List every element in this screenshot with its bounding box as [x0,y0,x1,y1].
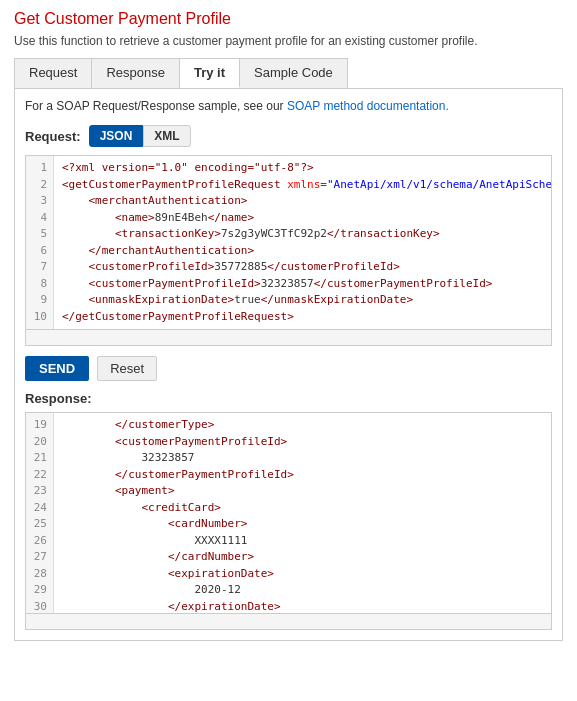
page-description: Use this function to retrieve a customer… [14,34,563,48]
response-hscroll[interactable] [26,613,551,629]
tab-content: For a SOAP Request/Response sample, see … [14,88,563,641]
soap-link[interactable]: SOAP method documentation. [287,99,449,113]
soap-note: For a SOAP Request/Response sample, see … [25,99,552,113]
tab-tryit[interactable]: Try it [180,59,240,88]
request-line-numbers: 12345 678910 [26,156,54,329]
send-button[interactable]: SEND [25,356,89,381]
format-tabs: JSON XML [89,125,191,147]
request-code-area[interactable]: 12345 678910 <?xml version="1.0" encodin… [26,156,551,329]
page-title: Get Customer Payment Profile [14,10,563,28]
page-container: Get Customer Payment Profile Use this fu… [0,0,577,651]
format-tab-xml[interactable]: XML [143,125,190,147]
response-code-area[interactable]: 1920212223 2425262728 2930313233 3435 </… [26,413,551,613]
format-tab-json[interactable]: JSON [89,125,144,147]
tabs-bar: Request Response Try it Sample Code [14,58,348,88]
request-hscroll[interactable] [26,329,551,345]
response-section-label: Response: [25,391,552,406]
tab-request[interactable]: Request [15,59,92,88]
response-line-numbers: 1920212223 2425262728 2930313233 3435 [26,413,54,613]
action-row: SEND Reset [25,356,552,381]
tab-response[interactable]: Response [92,59,180,88]
response-code-box: 1920212223 2425262728 2930313233 3435 </… [25,412,552,630]
reset-button[interactable]: Reset [97,356,157,381]
title-plain: Get Customer [14,10,118,27]
request-code-box: 12345 678910 <?xml version="1.0" encodin… [25,155,552,346]
request-code-content: <?xml version="1.0" encoding="utf-8"?> <… [54,156,551,329]
request-section-label: Request: JSON XML [25,125,552,147]
title-highlight: Payment Profile [118,10,231,27]
tab-samplecode[interactable]: Sample Code [240,59,347,88]
response-code-content: </customerType> <customerPaymentProfileI… [54,413,551,613]
